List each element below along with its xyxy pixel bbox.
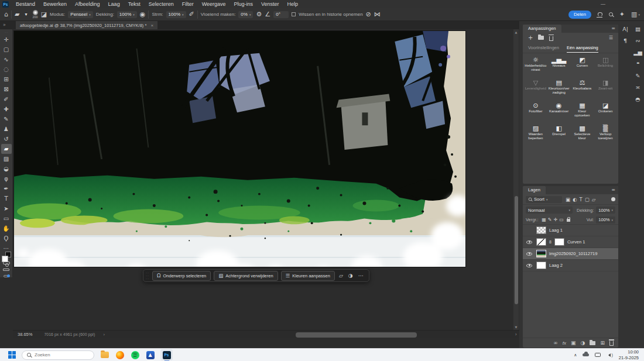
taskbar-search[interactable] <box>22 350 94 360</box>
toolbar-grip[interactable]: · · <box>5 31 8 33</box>
smoothing-gear-icon[interactable]: ⚙ <box>256 11 262 18</box>
adj-verloop-toewijzen[interactable]: ▒Verloop toewijzen <box>594 125 617 146</box>
firefox-icon[interactable] <box>115 350 125 360</box>
filter-adjustment-layers-icon[interactable]: ◐ <box>571 197 578 202</box>
layer-thumbnail[interactable] <box>536 226 546 234</box>
speaker-icon[interactable]: ) <box>607 353 612 357</box>
scroll-down-icon[interactable]: ▼ <box>513 325 519 329</box>
foto-app-icon[interactable]: ▲ <box>145 350 155 360</box>
layer-opacity-select[interactable]: 100% ▾ <box>596 207 615 214</box>
delete-layer-icon[interactable] <box>609 341 614 346</box>
lock-pixels-icon[interactable]: ✎ <box>547 217 553 222</box>
scroll-right-icon[interactable]: › <box>515 332 517 337</box>
spotify-icon[interactable] <box>130 350 140 360</box>
document-tab[interactable]: afloopgebiedje.ai @ 38,7% (img20250920_1… <box>16 21 157 29</box>
menu-laag[interactable]: Laag <box>104 0 124 8</box>
menu-tekst[interactable]: Tekst <box>124 0 145 8</box>
workspace-switcher[interactable]: ▥ ▾ <box>631 11 640 18</box>
strm-select[interactable]: 100% ▾ <box>166 11 186 18</box>
photoshop-logo-icon[interactable]: Ps <box>2 1 9 8</box>
tool-marquee[interactable]: ▢ <box>1 44 12 54</box>
close-icon[interactable]: × <box>150 23 153 28</box>
modus-select[interactable]: Penseel ▾ <box>68 11 93 18</box>
start-button[interactable] <box>8 351 16 359</box>
canvas-area[interactable]: ······ ΩOnderwerp selecteren▧Achtergrond… <box>13 29 519 338</box>
filter-smart-objects-icon[interactable]: ▱ <box>591 197 597 202</box>
blend-mode-select[interactable]: Normaal ▾ <box>526 207 573 214</box>
brush-panel-toggle-icon[interactable]: ◪ <box>41 11 47 18</box>
tool-move[interactable]: ✛ <box>1 35 12 44</box>
panel-opmerkingen-icon[interactable]: ❝ <box>636 61 639 67</box>
search-icon[interactable] <box>609 12 613 16</box>
panel-menu-icon[interactable]: ≡ <box>608 186 618 194</box>
menu-bestand[interactable]: Bestand <box>12 0 39 8</box>
adj-kanaalmixer[interactable]: ◉Kanaalmixer <box>547 102 571 123</box>
tool-preset-chevron[interactable]: ▾ <box>22 11 29 18</box>
foreground-color-swatch[interactable] <box>2 256 8 262</box>
layer-row-laag-1[interactable]: Laag 1 <box>523 225 618 236</box>
adj-belichting[interactable]: ◫Belichting <box>594 56 617 77</box>
ctx-achtergrond-verwijderen[interactable]: ▧Achtergrond verwijderen <box>214 271 278 281</box>
menu-plugins[interactable]: Plug-ins <box>230 0 258 8</box>
panel-eigenschappen-icon[interactable]: ▤ <box>635 26 640 32</box>
panel-instellingen-icon[interactable]: ≍ <box>636 84 640 91</box>
filter-pixel-layers-icon[interactable]: ▣ <box>564 197 571 202</box>
filter-type-layers-icon[interactable]: T <box>578 197 583 202</box>
tool-blur[interactable]: ◒ <box>1 164 12 174</box>
search-input[interactable] <box>35 352 81 357</box>
adj-waarden-beperken[interactable]: ▨Waarden beperken <box>524 125 547 146</box>
capture-grid-icon[interactable] <box>4 275 9 277</box>
tool-healing[interactable]: ✚ <box>1 104 12 114</box>
add-mask-icon[interactable]: ▣ <box>571 340 576 346</box>
history-checkbox[interactable] <box>292 12 296 16</box>
lock-transparency-icon[interactable]: ▦ <box>541 217 547 222</box>
vloeiend-select[interactable]: 0% ▾ <box>238 11 253 18</box>
tool-clone-stamp[interactable]: ♟ <box>1 124 12 134</box>
adj-selectieve-kleur[interactable]: ▩Selectieve kleur <box>571 125 594 146</box>
tool-pen[interactable]: ✒ <box>1 184 12 194</box>
tool-hand[interactable]: ✋ <box>1 224 12 233</box>
visibility-toggle[interactable] <box>525 264 533 267</box>
add-adjustment-icon[interactable]: + <box>528 35 533 41</box>
drag-handle-icon[interactable]: ······ <box>146 271 149 280</box>
adj-niveaus[interactable]: ▂▅▃Niveaus <box>547 56 571 77</box>
quick-mask-icon[interactable] <box>3 262 10 264</box>
tool-history-brush[interactable]: ↺ <box>1 134 12 144</box>
lock-artboard-icon[interactable]: ▭ <box>559 217 565 222</box>
layer-row-laag-2[interactable]: Laag 2 <box>523 260 618 271</box>
tab-overflow-icon[interactable]: » <box>3 22 6 27</box>
angle-input[interactable]: 0° <box>273 11 289 18</box>
pressure-opacity-icon[interactable]: ◉ <box>140 11 146 18</box>
zoom-level[interactable]: 38.65% <box>18 332 32 337</box>
panel-penseelinstellingen-icon[interactable]: ✎ <box>636 73 640 79</box>
tool-zoom[interactable]: Ϙ <box>1 233 12 243</box>
dekking-select[interactable]: 100% ▾ <box>117 11 137 18</box>
transform-icon[interactable]: ▱ <box>338 273 344 279</box>
group-folder-icon[interactable] <box>538 36 544 40</box>
new-group-icon[interactable] <box>590 341 595 345</box>
document-canvas[interactable] <box>13 30 466 267</box>
tool-type[interactable]: T <box>1 194 12 204</box>
visibility-toggle[interactable] <box>525 252 533 256</box>
notifications-bell-icon[interactable] <box>598 12 602 16</box>
onedrive-cloud-icon[interactable] <box>583 353 589 357</box>
layer-effects-icon[interactable]: fx <box>563 341 566 346</box>
panel-alinea-icon[interactable]: ¶ <box>624 37 627 44</box>
tray-chevron-icon[interactable]: ∧ <box>574 353 577 357</box>
minimize-icon[interactable]: — <box>601 0 605 8</box>
pressure-size-icon[interactable]: ⊘ <box>366 11 371 18</box>
menu-selecteren[interactable]: Selecteren <box>145 0 178 8</box>
tool-eraser[interactable]: ▰ <box>1 144 12 154</box>
mask-link-icon[interactable]: 8 <box>549 240 551 244</box>
clock[interactable]: 10:00 21-9-2025 <box>619 349 639 360</box>
ctx-onderwerp-selecteren[interactable]: ΩOnderwerp selecteren <box>152 271 211 281</box>
layer-thumbnail[interactable] <box>536 262 546 269</box>
brush-preset-picker[interactable]: 200 <box>32 10 37 19</box>
adj-helderheid-contrast[interactable]: ☼Helderheid/contrast <box>524 56 547 77</box>
menu-help[interactable]: Help <box>283 0 303 8</box>
tool-lasso[interactable]: ∿ <box>1 54 12 64</box>
tab-een-aanpassing[interactable]: Eén aanpassing <box>567 45 598 53</box>
adj-curven[interactable]: ◩Curven <box>571 56 594 77</box>
verkenner-icon[interactable] <box>100 350 109 360</box>
tab-voorinstellingen[interactable]: Voorinstellingen <box>528 45 559 53</box>
